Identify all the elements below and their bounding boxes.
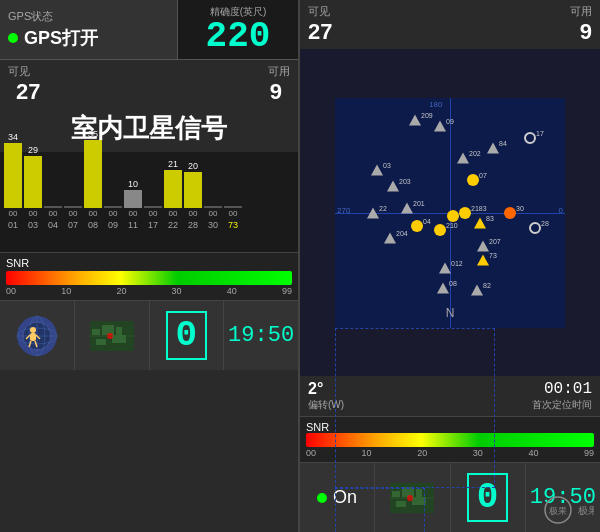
svg-text:极果: 极果 (577, 505, 594, 516)
time-cell-left[interactable]: 19:50 (224, 301, 298, 370)
radar-area: N 180 270 0 0920917840320220307222010411… (300, 49, 600, 376)
time-info: 00:01 首次定位时间 (532, 380, 592, 412)
satellite-icon-cell[interactable] (0, 301, 75, 370)
bar-zero-17: 00 (149, 209, 158, 218)
deg-180: 180 (429, 100, 442, 109)
bar-id-17: 17 (144, 220, 162, 230)
satellite-icon (15, 314, 59, 358)
bar-chart: 340029000000350000100000210020000000 (4, 156, 294, 218)
sat-label-012: 012 (451, 260, 463, 267)
time-display-left: 19:50 (228, 323, 294, 348)
gps-label: GPS状态 (8, 9, 169, 24)
fix-time-label: 首次定位时间 (532, 398, 592, 412)
sat-label-201: 201 (413, 200, 425, 207)
r-available-label: 可用 (570, 4, 592, 19)
top-row: GPS状态 GPS打开 精确度(英尺) 220 (0, 0, 298, 60)
sat-label-03: 03 (383, 162, 391, 169)
radar-wrapper: N 180 270 0 0920917840320220307222010411… (335, 98, 565, 328)
radar-header: 可见 27 可用 9 (300, 0, 600, 49)
snr-numbers: 00 10 20 30 40 99 (6, 286, 292, 296)
sat-triangle-204 (384, 232, 396, 243)
bar-group-08: 3500 (84, 129, 102, 218)
bar-ids-row: 010304070809111722283073 (4, 220, 294, 230)
svg-rect-15 (116, 327, 122, 335)
sat-label-84: 84 (499, 140, 507, 147)
bar-id-08: 08 (84, 220, 102, 230)
sat-label-28: 28 (541, 220, 549, 227)
svg-rect-7 (30, 333, 36, 341)
bar-id-22: 22 (164, 220, 182, 230)
watermark: 极果 极果 (544, 496, 594, 528)
sat-label-73: 73 (489, 252, 497, 259)
gps-status-box: GPS状态 GPS打开 (0, 0, 178, 59)
radar-available: 可用 9 (570, 4, 592, 45)
right-panel: 可见 27 可用 9 N 18 (300, 0, 600, 532)
bar-zero-08: 00 (89, 209, 98, 218)
bar-value-11: 10 (128, 179, 138, 189)
visible-label: 可见 (8, 64, 48, 79)
bar-chart-container: 340029000000350000100000210020000000 010… (0, 152, 298, 252)
gps-on-text: GPS打开 (24, 26, 98, 50)
bar-zero-11: 00 (129, 209, 138, 218)
bar-value-08: 35 (88, 129, 98, 139)
sat-label-207: 207 (489, 238, 501, 245)
sat-triangle-09 (434, 120, 446, 131)
r-visible-count: 27 (308, 19, 332, 45)
bar-group-01: 3400 (4, 132, 22, 218)
sat-triangle-012 (439, 262, 451, 273)
sat-triangle-201 (401, 202, 413, 213)
visible-count: 27 (8, 79, 48, 105)
accuracy-value: 220 (206, 19, 271, 55)
sat-triangle-08 (437, 282, 449, 293)
deg-0: 0 (559, 206, 563, 215)
visible-available-row: 可见 27 可用 9 (0, 60, 298, 105)
sat-label-203: 203 (399, 178, 411, 185)
sat-label-83: 83 (486, 215, 494, 222)
digital-zero-cell[interactable]: 0 (150, 301, 225, 370)
sat-triangle-73 (477, 254, 489, 265)
r-visible-label: 可见 (308, 4, 332, 19)
sat-label-82: 82 (483, 282, 491, 289)
available-count: 9 (262, 79, 290, 105)
bar-73 (224, 206, 242, 208)
accuracy-box: 精确度(英尺) 220 (178, 0, 298, 59)
main-container: GPS状态 GPS打开 精确度(英尺) 220 可见 27 可用 9 (0, 0, 600, 532)
world-map-icon (90, 321, 134, 351)
sat-triangle-207 (477, 240, 489, 251)
radar-visible: 可见 27 (308, 4, 332, 45)
bar-group-03: 2900 (24, 145, 42, 218)
svg-rect-16 (96, 339, 106, 345)
bar-id-28: 28 (184, 220, 202, 230)
bar-zero-07: 00 (69, 209, 78, 218)
sat-label-22: 22 (379, 205, 387, 212)
bar-03 (24, 156, 42, 208)
bar-group-22: 2100 (164, 159, 182, 218)
snr-label: SNR (6, 257, 29, 269)
bar-04 (44, 206, 62, 208)
bar-id-09: 09 (104, 220, 122, 230)
sat-triangle-209 (409, 114, 421, 125)
sat-label-30: 30 (516, 205, 524, 212)
bar-id-03: 03 (24, 220, 42, 230)
bar-08 (84, 140, 102, 208)
sat-label-202: 202 (469, 150, 481, 157)
sat-label-17: 17 (536, 130, 544, 137)
bar-value-22: 21 (168, 159, 178, 169)
sat-triangle-84 (487, 142, 499, 153)
world-map-cell[interactable] (75, 301, 150, 370)
bar-value-03: 29 (28, 145, 38, 155)
radar-inner-circle (335, 488, 425, 533)
bar-09 (104, 206, 122, 208)
sat-label-209: 209 (421, 112, 433, 119)
bar-zero-28: 00 (189, 209, 198, 218)
bar-zero-04: 00 (49, 209, 58, 218)
sat-label-08: 08 (449, 280, 457, 287)
bar-07 (64, 206, 82, 208)
svg-text:极果: 极果 (548, 506, 567, 516)
svg-point-6 (30, 327, 36, 333)
sat-label-204: 204 (396, 230, 408, 237)
snr-section: SNR 00 10 20 30 40 99 (0, 252, 298, 300)
bar-28 (184, 172, 202, 208)
digital-zero: 0 (166, 311, 208, 360)
bar-01 (4, 143, 22, 208)
